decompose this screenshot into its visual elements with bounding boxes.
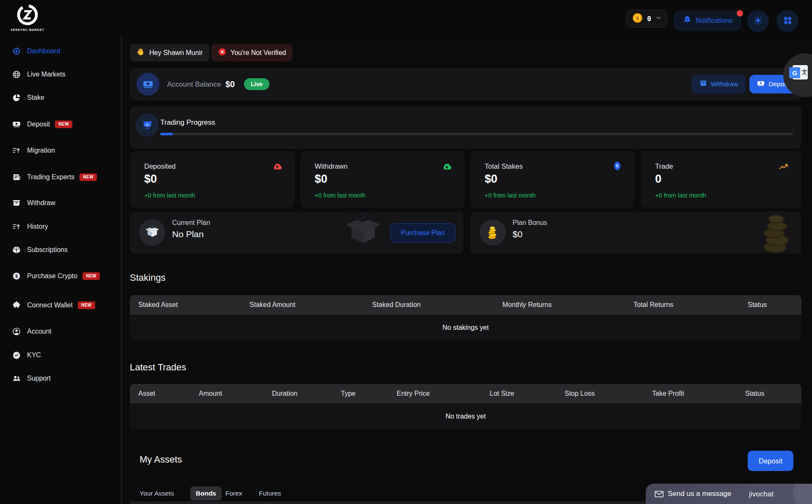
sidebar-item-deposit[interactable]: Deposit NEW xyxy=(0,116,121,133)
column-header: Stop Loss xyxy=(565,390,595,397)
new-badge: NEW xyxy=(80,173,97,181)
sidebar-item-label: Deposit xyxy=(27,121,50,128)
current-plan-card: Current Plan No Plan Purchase Plan xyxy=(130,211,464,254)
wallet-icon xyxy=(12,198,21,208)
apps-grid-button[interactable] xyxy=(776,10,798,32)
sidebar-item-migration[interactable]: Migration xyxy=(0,142,121,159)
sidebar-item-withdraw[interactable]: Withdraw xyxy=(0,194,121,211)
sidebar-item-trading-experts[interactable]: Trading Experts NEW xyxy=(0,169,121,186)
globe-icon xyxy=(12,70,21,79)
sidebar-item-history[interactable]: History xyxy=(0,218,121,235)
stat-card-deposited: Deposited $0 +0 from last month xyxy=(130,151,295,208)
sidebar-item-live-markets[interactable]: Live Markets xyxy=(0,66,121,83)
tab-bonds[interactable]: Bonds xyxy=(190,486,222,501)
column-header: Status xyxy=(745,390,764,397)
sidebar-item-label: Stake xyxy=(27,94,44,101)
stat-title: Trade xyxy=(655,162,673,170)
sidebar-item-subscriptions[interactable]: Subscriptions xyxy=(0,241,121,258)
google-translate-icon[interactable]: G xyxy=(789,64,809,84)
stat-title: Withdrawn xyxy=(315,162,348,170)
pie-chart-icon xyxy=(12,93,21,102)
sidebar-item-kyc[interactable]: KYC xyxy=(0,347,121,364)
sidebar-item-support[interactable]: Support xyxy=(0,370,121,387)
trading-progress-card: Trading Progress xyxy=(130,107,801,149)
puzzle-piece-icon xyxy=(12,301,21,310)
stat-value: 0 xyxy=(655,173,661,186)
stat-value: $0 xyxy=(485,173,497,186)
chat-message: Send us a message xyxy=(668,490,731,498)
sidebar-item-label: History xyxy=(27,223,48,230)
bars-arrow-up-icon xyxy=(12,222,21,231)
sidebar-item-label: Connect Wallet xyxy=(27,301,73,309)
coin-stack-icon xyxy=(480,219,506,246)
sidebar-item-stake[interactable]: Stake xyxy=(0,89,121,106)
column-header: Total Returns xyxy=(634,301,673,309)
column-header: Staked Amount xyxy=(250,301,296,309)
coin-balance-dropdown[interactable]: $ 0 xyxy=(626,10,667,27)
latest-trades-empty-row: No trades yet xyxy=(130,403,801,430)
svg-text:€: € xyxy=(616,163,619,168)
sidebar-item-purchase-crypto[interactable]: $ Purchase Crypto NEW xyxy=(0,268,121,285)
sidebar-item-account[interactable]: Account xyxy=(0,323,121,340)
tab-your-assets[interactable]: Your Assets xyxy=(140,490,174,497)
theme-toggle-button[interactable] xyxy=(747,10,769,32)
jivochat-widget[interactable]: Send us a message jivochat xyxy=(646,484,812,504)
notifications-button[interactable]: z Notifications xyxy=(674,11,741,31)
sidebar-item-label: Dashboard xyxy=(27,47,60,55)
brand-logo[interactable]: ZENSYNC MARKET xyxy=(10,3,45,31)
my-assets-title: My Assets xyxy=(140,454,182,465)
account-balance-card: Account Balance $0 Live Withdraw Deposit xyxy=(130,68,801,101)
column-header: Staked Duration xyxy=(372,301,421,309)
open-box-illustration xyxy=(343,212,383,254)
cloud-arrow-up-icon xyxy=(272,161,283,174)
envelope-icon xyxy=(654,489,664,501)
plan-bonus-value: $0 xyxy=(513,229,522,239)
verification-text: You're Not Verified xyxy=(230,49,286,57)
verification-chip[interactable]: You're Not Verified xyxy=(211,44,293,61)
jivochat-logo: jivochat xyxy=(749,490,774,498)
greeting-text: Hey Shawn Munir xyxy=(149,49,203,57)
purchase-plan-button[interactable]: Purchase Plan xyxy=(390,223,455,243)
zensync-logo-icon xyxy=(16,20,39,27)
column-header: Asset xyxy=(138,390,155,397)
bell-icon: z xyxy=(683,15,692,26)
column-header: Staked Asset xyxy=(138,301,178,309)
notification-unread-dot xyxy=(737,10,743,16)
bars-arrow-up-icon xyxy=(12,146,21,155)
stat-card-withdrawn: Withdrawn $0 +0 from last month xyxy=(300,151,464,208)
banknote-icon xyxy=(12,120,21,129)
tab-futures[interactable]: Futures xyxy=(259,490,281,497)
cloud-arrow-down-icon xyxy=(441,161,453,174)
column-header: Monthly Returns xyxy=(502,301,552,309)
assets-deposit-button[interactable]: Deposit xyxy=(748,451,793,471)
column-header: Type xyxy=(341,390,356,397)
cube-icon xyxy=(12,245,21,255)
currency-dollar-icon: $ xyxy=(12,271,21,281)
trading-progress-title: Trading Progress xyxy=(160,118,215,127)
stat-delta: +0 from last month xyxy=(144,192,195,199)
sidebar-item-dashboard[interactable]: Dashboard xyxy=(0,43,121,60)
sidebar-item-label: Account xyxy=(27,328,52,335)
column-header: Amount xyxy=(199,390,222,397)
sidebar-item-connect-wallet[interactable]: Connect Wallet NEW xyxy=(0,297,121,314)
latest-trades-empty-text: No trades yet xyxy=(445,413,486,420)
sidebar-item-label: Withdraw xyxy=(27,199,55,207)
column-header: Entry Price xyxy=(397,390,430,397)
withdraw-button[interactable]: Withdraw xyxy=(691,75,746,93)
stat-title: Total Stakes xyxy=(485,162,523,170)
new-badge: NEW xyxy=(78,301,95,309)
stakings-empty-text: No stakings yet xyxy=(442,324,488,331)
tab-forex[interactable]: Forex xyxy=(225,490,242,497)
sidebar-item-label: Support xyxy=(27,375,51,382)
plan-bonus-label: Plan Bonus xyxy=(513,219,547,227)
balance-banknote-icon xyxy=(137,73,159,96)
trading-progress-bar xyxy=(160,133,793,135)
presentation-chart-icon xyxy=(136,114,159,137)
sidebar-item-label: Live Markets xyxy=(27,71,66,78)
trading-progress-fill xyxy=(160,133,173,135)
sidebar-item-label: Migration xyxy=(27,147,55,154)
sidebar-scrollbar[interactable] xyxy=(121,36,122,504)
svg-text:$: $ xyxy=(636,15,639,20)
stat-value: $0 xyxy=(144,173,157,186)
stat-delta: +0 from last month xyxy=(485,192,535,199)
